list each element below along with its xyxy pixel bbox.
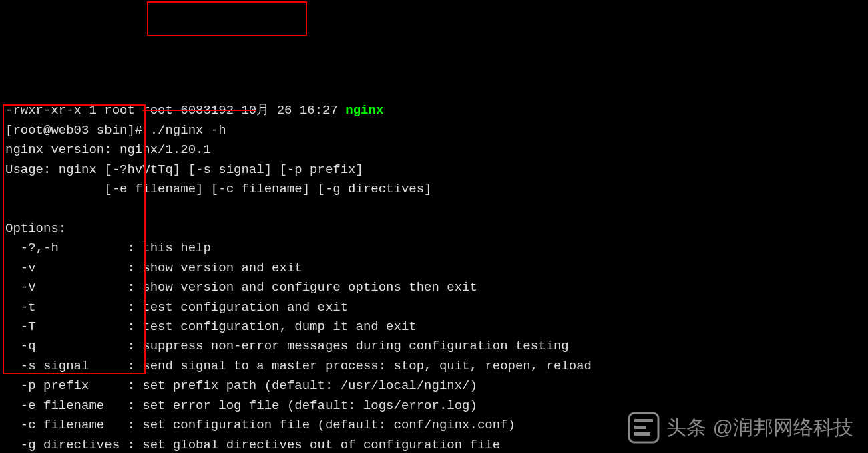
- watermark-author: @润邦网络科技: [713, 412, 853, 444]
- option-row: -g directives : set global directives ou…: [5, 438, 500, 452]
- strikethrough-text: root 6083192 10: [142, 103, 256, 118]
- terminal-output: -rwxr-xr-x 1 root root 6083192 10月 26 16…: [5, 82, 863, 453]
- prompt-line-1: [root@web03 sbin]# ./nginx -h: [5, 123, 226, 138]
- svg-rect-3: [634, 432, 650, 436]
- svg-rect-2: [634, 426, 646, 429]
- options-header: Options:: [5, 221, 66, 236]
- nginx-filename: nginx: [345, 103, 383, 118]
- highlight-box-command: [147, 1, 307, 36]
- option-row: -v : show version and exit: [5, 261, 302, 275]
- ls-line: -rwxr-xr-x 1 root root 6083192 10月 26 16…: [5, 103, 383, 118]
- watermark-brand: 头条: [666, 412, 706, 444]
- option-row: -V : show version and configure options …: [5, 280, 477, 295]
- svg-rect-1: [634, 419, 653, 422]
- option-row: -t : test configuration and exit: [5, 300, 348, 315]
- option-row: -q : suppress non-error messages during …: [5, 339, 569, 353]
- toutiao-logo-icon: [628, 412, 660, 444]
- option-row: -e filename : set error log file (defaul…: [5, 398, 477, 413]
- command-text: ./nginx -h: [150, 123, 226, 138]
- usage-line-2: [-e filename] [-c filename] [-g directiv…: [5, 182, 432, 196]
- option-row: -c filename : set configuration file (de…: [5, 418, 515, 432]
- usage-line-1: Usage: nginx [-?hvVtTq] [-s signal] [-p …: [5, 162, 363, 177]
- version-line: nginx version: nginx/1.20.1: [5, 142, 211, 157]
- option-row: -s signal : send signal to a master proc…: [5, 359, 592, 373]
- option-row: -p prefix : set prefix path (default: /u…: [5, 378, 477, 393]
- shell-prompt: [root@web03 sbin]#: [5, 123, 150, 138]
- option-row: -?,-h : this help: [5, 241, 211, 255]
- option-row: -T : test configuration, dump it and exi…: [5, 319, 417, 334]
- watermark: 头条 @润邦网络科技: [628, 412, 853, 444]
